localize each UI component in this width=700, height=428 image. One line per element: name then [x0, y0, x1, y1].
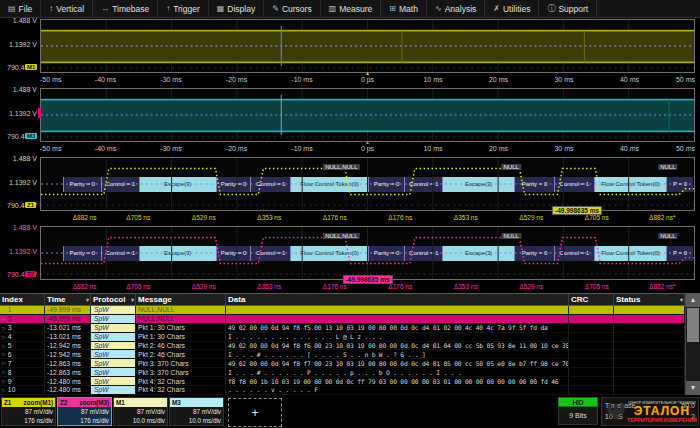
plot-z1[interactable]: Parity = 0Control = 1Escape(3)Parity = 0…: [40, 157, 695, 211]
grid-z2: Parity = 0Control = 1Escape(3)Parity = 0…: [0, 224, 700, 293]
col-header-protocol[interactable]: Protocol▾: [91, 294, 136, 305]
col-header-message[interactable]: Message: [136, 294, 226, 305]
expand-icon[interactable]: ▷: [2, 351, 6, 357]
cell-time: -49.999 ms: [45, 315, 91, 323]
expand-icon[interactable]: ▷: [2, 360, 6, 366]
trace-descriptor-m3[interactable]: M387 mV/div10.0 ms/div: [169, 397, 224, 426]
display-icon: ▦: [217, 5, 225, 13]
expand-icon[interactable]: ▷: [2, 387, 6, 393]
x-tick-label: 50 ms: [676, 76, 695, 83]
expand-icon[interactable]: ▷: [2, 307, 6, 313]
cell-message: NULL,NULL: [136, 306, 226, 314]
table-scrollbar[interactable]: ▲ ▼: [685, 293, 700, 395]
x-axis-m1: ▲-50 ms-40 ms-30 ms-20 ms-10 ms0 ps10 ms…: [40, 74, 695, 86]
table-row[interactable]: ▷8-12.863 msSpWPkt 3: 370 CharsI . . . #…: [0, 368, 700, 377]
add-trace-button[interactable]: +: [228, 398, 282, 427]
expand-icon[interactable]: ▷: [2, 316, 6, 322]
cell-status: [614, 359, 685, 367]
table-row[interactable]: ▷7-12.863 msSpWPkt 3: 370 Chars49 02 00 …: [0, 359, 700, 368]
menu-display[interactable]: ▦Display: [209, 0, 264, 17]
trace-descriptor-m1[interactable]: M187 mV/div10.0 ms/div: [113, 397, 168, 426]
scroll-up-icon[interactable]: ▲: [686, 293, 700, 307]
trace-descriptor-z1[interactable]: Z1zoom(M1)87 mV/div176 ns/div: [1, 397, 56, 426]
cell-status: [614, 368, 685, 376]
x-tick-label: 40 ms: [620, 76, 639, 83]
channel-badge-z1[interactable]: Z1: [25, 202, 36, 208]
cursor-time-readout[interactable]: -49.998635 ms: [342, 275, 392, 284]
cell-index: ▷3: [0, 324, 45, 332]
cell-time: -12.942 ms: [45, 342, 91, 350]
sort-dropdown-icon[interactable]: ▾: [680, 296, 683, 303]
scroll-down-icon[interactable]: ▼: [686, 381, 700, 395]
menu-label: Support: [558, 4, 588, 14]
delta-label: Δ705 ns: [126, 283, 150, 290]
menu-support[interactable]: ⓘSupport: [539, 0, 597, 17]
expand-icon[interactable]: ▷: [2, 378, 6, 384]
cell-protocol: SpW: [91, 377, 136, 385]
scrollbar-thumb[interactable]: [687, 308, 699, 342]
delta-label: Δ882 ns: [73, 214, 97, 221]
table-row[interactable]: ▷10-12.480 msSpWPkt 4: 32 Chars. . . . .…: [0, 386, 700, 395]
delta-label: Δ882 ns*: [649, 214, 675, 221]
menu-measure[interactable]: ▥Measure: [321, 0, 382, 17]
menu-trigger[interactable]: ↑Trigger: [158, 0, 209, 17]
descriptor-values: 87 mV/div176 ns/div: [2, 407, 55, 426]
menu-file[interactable]: ▤File: [0, 0, 41, 17]
watermark-title: ЭТАЛОН: [625, 405, 699, 417]
table-row[interactable]: ▷2-49.999 msSpWNULL,NULL: [0, 315, 700, 324]
trigger-level-tick[interactable]: [38, 108, 41, 118]
table-row[interactable]: ▷9-12.480 msSpWPkt 4: 32 Charsf8 f8 00 1…: [0, 377, 700, 386]
trace-name: M1: [116, 399, 125, 406]
cell-data: [226, 306, 569, 314]
delta-label: Δ882 ns*: [649, 283, 675, 290]
expand-icon[interactable]: ▷: [2, 369, 6, 375]
sort-dropdown-icon[interactable]: ▾: [86, 296, 89, 303]
delta-label: Δ882 ns: [73, 283, 97, 290]
menu-math[interactable]: ⊞Math: [381, 0, 427, 17]
table-row[interactable]: ▷5-12.942 msSpWPkt 2: 46 Chars49 02 00 0…: [0, 342, 700, 351]
col-header-index[interactable]: Index: [0, 294, 45, 305]
col-header-data[interactable]: Data: [226, 294, 569, 305]
plot-m1[interactable]: [40, 19, 695, 73]
menu-cursors[interactable]: ✎Cursors: [264, 0, 320, 17]
channel-badge-z2[interactable]: Z2: [25, 271, 36, 277]
hd-mode-block[interactable]: HD 9 Bits: [558, 397, 598, 425]
cell-message: Pkt 1: 30 Chars: [136, 324, 226, 332]
trace-descriptor-z2[interactable]: Z2zoom(M3)87 mV/div176 ns/div: [57, 397, 112, 426]
cursor-time-readout[interactable]: -49.998635 ms: [552, 206, 602, 215]
cell-message: Pkt 1: 30 Chars: [136, 333, 226, 341]
protocol-pill: SpW: [91, 342, 135, 350]
delta-label: Δ353 ns: [257, 283, 281, 290]
math-icon: ⊞: [389, 5, 396, 13]
table-row[interactable]: ▷1-49.999 msSpWNULL,NULL: [0, 306, 700, 315]
delta-label: Δ529 ns: [519, 214, 543, 221]
y-label-top: 1.488 V: [0, 224, 37, 231]
menu-analysis[interactable]: ∿Analysis: [427, 0, 485, 17]
x-tick-label: 30 ms: [554, 145, 573, 152]
menu-utilities[interactable]: ✗Utilities: [485, 0, 539, 17]
menu-vertical[interactable]: ↕Vertical: [41, 0, 93, 17]
sort-dropdown-icon[interactable]: ▾: [131, 296, 134, 303]
plot-z2[interactable]: Parity = 0Control = 1Escape(3)Parity = 0…: [40, 226, 695, 280]
vertical-scale: 87 mV/div: [4, 408, 53, 417]
cell-protocol: SpW: [91, 350, 136, 358]
plot-m3[interactable]: [40, 88, 695, 142]
cell-crc: [569, 368, 614, 376]
table-row[interactable]: ▷6-12.942 msSpWPkt 2: 46 CharsI . . . # …: [0, 350, 700, 359]
channel-badge-m3[interactable]: M3: [25, 133, 37, 139]
expand-icon[interactable]: ▷: [2, 343, 6, 349]
y-label-top: 1.488 V: [0, 86, 37, 93]
decode-null-label: NULL: [658, 233, 677, 239]
descriptor-header: M3: [170, 398, 223, 407]
table-row[interactable]: ▷4-13.021 msSpWPkt 1: 30 CharsI . . . . …: [0, 333, 700, 342]
col-header-status[interactable]: Status▾: [614, 294, 685, 305]
col-header-time[interactable]: Time▾: [45, 294, 91, 305]
cell-message: NULL,NULL: [136, 315, 226, 323]
col-header-crc[interactable]: CRC: [569, 294, 614, 305]
table-row[interactable]: ▷3-13.021 msSpWPkt 1: 30 Chars49 02 00 0…: [0, 324, 700, 333]
watermark-logo-icon: Ψ: [607, 401, 625, 423]
expand-icon[interactable]: ▷: [2, 325, 6, 331]
channel-badge-m1[interactable]: M1: [25, 64, 37, 70]
menu-timebase[interactable]: ↔Timebase: [93, 0, 158, 17]
expand-icon[interactable]: ▷: [2, 334, 6, 340]
